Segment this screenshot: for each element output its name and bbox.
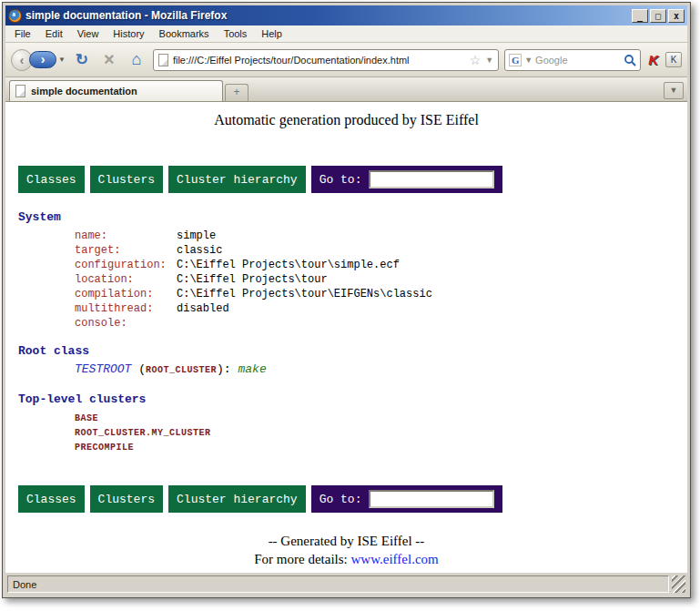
generated-by-text: -- Generated by ISE Eiffel -- [5, 532, 687, 550]
row-label: multithread: [75, 301, 177, 316]
root-class-heading: Root class [18, 344, 687, 358]
tab-simple-documentation[interactable]: simple documentation [9, 80, 223, 101]
forward-button[interactable]: › [29, 51, 56, 68]
window-title: simple documentation - Mozilla Firefox [25, 9, 628, 22]
root-cluster-link[interactable]: ROOT_CLUSTER [146, 365, 217, 375]
cluster-hierarchy-button[interactable]: Cluster hierarchy [168, 166, 306, 193]
engine-dropdown-icon[interactable]: ▼ [524, 56, 533, 65]
cluster-item-root-cluster-my-cluster[interactable]: ROOT_CLUSTER.MY_CLUSTER [75, 426, 687, 441]
home-button[interactable]: ⌂ [126, 50, 147, 69]
maximize-button[interactable]: □ [650, 9, 666, 23]
search-input[interactable] [535, 55, 621, 66]
navigation-toolbar: ‹ › ▼ ↻ × ⌂ file:///C:/Eiffel Projects/t… [5, 43, 687, 77]
reload-button[interactable]: ↻ [71, 50, 93, 69]
eiffel-com-link[interactable]: www.eiffel.com [351, 552, 439, 566]
url-text[interactable]: file:///C:/Eiffel Projects/tour/Document… [173, 55, 465, 66]
menu-tools[interactable]: Tools [217, 26, 255, 41]
doc-header: Automatic generation produced by ISE Eif… [5, 112, 687, 128]
browser-window: simple documentation - Mozilla Firefox _… [2, 2, 691, 598]
tab-list-dropdown-icon[interactable]: ▼ [664, 82, 684, 99]
kaspersky-icon[interactable]: K [646, 52, 660, 67]
classes-button[interactable]: Classes [18, 485, 85, 513]
goto-input-bottom[interactable] [369, 490, 494, 508]
row-label: target: [75, 243, 177, 258]
firefox-icon [8, 9, 22, 23]
minimize-button[interactable]: _ [632, 9, 648, 23]
row-label: location: [75, 272, 177, 287]
goto-box: Go to: [311, 166, 503, 193]
classes-button[interactable]: Classes [18, 166, 85, 193]
cluster-list: BASE ROOT_CLUSTER.MY_CLUSTER PRECOMPILE [75, 412, 687, 455]
doc-footer: -- Generated by ISE Eiffel -- For more d… [5, 532, 687, 568]
row-label: compilation: [75, 287, 177, 301]
status-text: Done [7, 575, 669, 593]
row-value: classic [177, 244, 222, 257]
menu-bar: File Edit View History Bookmarks Tools H… [5, 25, 687, 43]
system-row-multithread: multithread:disabled [75, 301, 687, 316]
row-value: C:\Eiffel Projects\tour [177, 273, 328, 286]
menu-edit[interactable]: Edit [38, 26, 70, 41]
system-row-location: location:C:\Eiffel Projects\tour [75, 272, 687, 287]
search-box[interactable]: G ▼ [504, 49, 641, 71]
system-row-name: name:simple [75, 229, 687, 243]
menu-help[interactable]: Help [254, 26, 289, 41]
menu-file[interactable]: File [7, 26, 38, 41]
menu-view[interactable]: View [70, 26, 107, 41]
google-engine-icon: G [509, 54, 522, 66]
url-dropdown-icon[interactable]: ▼ [485, 56, 493, 65]
history-dropdown-icon[interactable]: ▼ [58, 56, 66, 64]
goto-input-top[interactable] [369, 170, 494, 188]
close-button[interactable]: x [668, 9, 685, 23]
row-value: C:\Eiffel Projects\tour\EIFGENs\classic [177, 288, 432, 300]
resize-grip-icon[interactable] [672, 575, 685, 593]
top-level-clusters-heading: Top-level clusters [18, 392, 687, 406]
cluster-hierarchy-button[interactable]: Cluster hierarchy [168, 485, 306, 513]
tab-label: simple documentation [31, 86, 137, 97]
new-tab-button[interactable]: + [225, 84, 249, 101]
open-paren: ( [138, 362, 146, 376]
doc-nav-top: Classes Clusters Cluster hierarchy Go to… [18, 166, 687, 193]
root-class-line: TESTROOT (ROOT_CLUSTER): make [75, 362, 687, 378]
goto-box: Go to: [311, 485, 503, 513]
menu-history[interactable]: History [106, 26, 151, 41]
system-row-compilation: compilation:C:\Eiffel Projects\tour\EIFG… [75, 287, 687, 301]
cluster-item-base[interactable]: BASE [75, 412, 687, 426]
row-label: console: [75, 316, 177, 331]
details-line: For more details: www.eiffel.com [5, 550, 687, 568]
goto-label: Go to: [320, 173, 362, 187]
cluster-item-precompile[interactable]: PRECOMPILE [75, 441, 687, 455]
row-value: C:\Eiffel Projects\tour\simple.ecf [177, 259, 400, 271]
system-rows: name:simple target:classic configuration… [75, 229, 687, 331]
bookmark-star-icon[interactable]: ☆ [470, 53, 482, 67]
menu-bookmarks[interactable]: Bookmarks [152, 26, 217, 41]
row-value: simple [177, 229, 216, 242]
goto-label: Go to: [320, 493, 362, 506]
system-row-configuration: configuration:C:\Eiffel Projects\tour\si… [75, 258, 687, 272]
tab-bar: simple documentation + ▼ [5, 77, 687, 102]
title-bar[interactable]: simple documentation - Mozilla Firefox _… [5, 5, 687, 25]
address-bar[interactable]: file:///C:/Eiffel Projects/tour/Document… [153, 49, 499, 71]
page-content: Automatic generation produced by ISE Eif… [5, 102, 687, 573]
clusters-button[interactable]: Clusters [90, 485, 163, 513]
details-prefix: For more details: [254, 552, 350, 566]
row-value: disabled [177, 302, 229, 315]
system-row-target: target:classic [75, 243, 687, 258]
row-label: configuration: [75, 258, 177, 272]
system-row-console: console: [75, 316, 687, 331]
stop-button[interactable]: × [98, 49, 120, 70]
status-bar: Done [5, 573, 687, 595]
system-heading: System [18, 210, 687, 224]
row-label: name: [75, 229, 177, 243]
clusters-button[interactable]: Clusters [90, 166, 163, 193]
doc-nav-bottom: Classes Clusters Cluster hierarchy Go to… [18, 485, 687, 513]
page-icon [158, 54, 168, 66]
search-icon[interactable] [624, 54, 636, 66]
close-paren: ): [217, 362, 231, 376]
tab-page-icon [15, 85, 25, 97]
root-class-link[interactable]: TESTROOT [75, 362, 131, 376]
root-feature-link[interactable]: make [238, 362, 266, 376]
k-extension-button[interactable]: K [665, 52, 682, 67]
